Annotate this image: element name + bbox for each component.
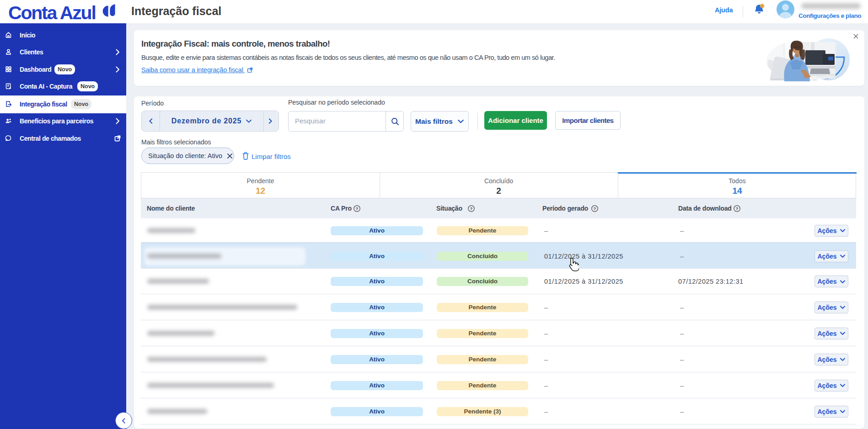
svg-text:?: ? <box>594 206 596 211</box>
svg-text:?: ? <box>736 206 739 211</box>
svg-text:?: ? <box>356 206 359 211</box>
svg-text:?: ? <box>470 206 473 211</box>
